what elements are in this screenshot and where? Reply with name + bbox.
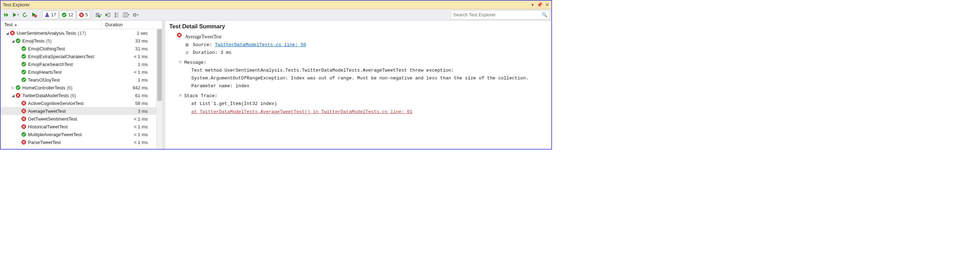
expand-icon[interactable] bbox=[17, 101, 21, 105]
tree-item-label: TwitterDataModelTests bbox=[22, 93, 69, 98]
col-test[interactable]: Test ▲ bbox=[1, 21, 102, 29]
search-input[interactable] bbox=[453, 12, 542, 18]
tree-item-duration: < 1 ms bbox=[102, 132, 156, 137]
tree-item-count: (6) bbox=[67, 85, 72, 90]
message-line: Parameter name: index bbox=[191, 82, 547, 90]
cancel-run-button[interactable] bbox=[30, 11, 38, 19]
settings-button[interactable]: ⚙▾ bbox=[131, 11, 140, 19]
fail-icon bbox=[21, 101, 27, 106]
repeat-button[interactable] bbox=[21, 11, 29, 19]
pass-icon bbox=[21, 46, 27, 51]
message-line: System.ArgumentOutOfRangeException: Inde… bbox=[191, 74, 547, 82]
tree-row[interactable]: ◢ UserSentimentAnalysis.Tests (17) 1 sec bbox=[1, 29, 156, 37]
stack-label: Stack Trace: bbox=[184, 93, 218, 99]
expand-icon[interactable] bbox=[17, 62, 21, 66]
expand-icon[interactable] bbox=[17, 109, 21, 113]
expand-icon[interactable] bbox=[17, 54, 21, 59]
svg-rect-4 bbox=[95, 14, 99, 15]
search-icon[interactable]: 🔍 bbox=[542, 12, 547, 18]
close-icon[interactable]: ✕ bbox=[545, 3, 549, 7]
run-after-build-button[interactable] bbox=[103, 11, 112, 19]
svg-rect-5 bbox=[95, 16, 98, 17]
hierarchy-button[interactable] bbox=[113, 11, 121, 19]
flask-badge[interactable]: 17 bbox=[42, 11, 59, 19]
scrollbar[interactable] bbox=[156, 29, 162, 149]
run-button[interactable]: ▾ bbox=[11, 11, 20, 19]
tree-row[interactable]: EmojiExtraSpecialCharatersTest < 1 ms bbox=[1, 53, 156, 60]
expand-icon[interactable]: ◢ bbox=[6, 31, 9, 35]
test-tree-panel: Test ▲ Duration ◢ UserSentimentAnalysis.… bbox=[1, 21, 163, 149]
tree-item-label: MultipleAverageTweetTest bbox=[28, 132, 82, 137]
fail-badge[interactable]: 5 bbox=[76, 11, 90, 19]
tree-item-duration: 61 ms bbox=[102, 93, 156, 98]
detail-test-name: AverageTweetTest bbox=[185, 33, 222, 41]
body: Test ▲ Duration ◢ UserSentimentAnalysis.… bbox=[1, 21, 551, 149]
duration-value: 3 ms bbox=[220, 49, 231, 57]
pin-icon[interactable]: 📌 bbox=[537, 3, 542, 7]
expand-icon[interactable] bbox=[17, 141, 21, 144]
tree-row[interactable]: EmojiFaceSearchTest 1 ms bbox=[1, 60, 156, 68]
tree-row[interactable]: ParseTweetTest < 1 ms bbox=[1, 138, 156, 146]
detail-panel: Test Detail Summary AverageTweetTest ▤ S… bbox=[165, 21, 551, 149]
collapse-message[interactable]: ⊟ bbox=[179, 59, 182, 66]
tree-item-duration: 58 ms bbox=[102, 101, 156, 106]
message-label: Message: bbox=[184, 60, 206, 65]
toolbar: ▾ 17 12 5 ▾ ▾ ⚙▾ 🔍 bbox=[1, 9, 551, 21]
tree-row[interactable]: HistoricalTweetTest < 1 ms bbox=[1, 123, 156, 131]
svg-rect-10 bbox=[115, 16, 116, 18]
tree-item-label: EmojiClothingTest bbox=[28, 46, 65, 51]
scroll-thumb[interactable] bbox=[158, 29, 162, 101]
columns-button[interactable]: ▾ bbox=[122, 11, 130, 19]
fail-icon bbox=[21, 109, 27, 114]
pass-badge[interactable]: 12 bbox=[59, 11, 75, 19]
tree-row[interactable]: MultipleAverageTweetTest < 1 ms bbox=[1, 131, 156, 138]
expand-icon[interactable] bbox=[17, 78, 21, 82]
expand-icon[interactable] bbox=[17, 47, 21, 51]
pass-icon bbox=[21, 132, 27, 137]
tree-row[interactable]: EmojiClothingTest 31 ms bbox=[1, 45, 156, 53]
duration-label: Duration: bbox=[193, 49, 218, 57]
playlist-button[interactable]: ▾ bbox=[94, 11, 103, 19]
expand-icon[interactable]: ▷ bbox=[11, 86, 15, 90]
col-duration[interactable]: Duration bbox=[102, 21, 162, 29]
expand-icon[interactable]: ◢ bbox=[11, 94, 15, 98]
stack-link[interactable]: at TwitterDataModelTests.AverageTweetTes… bbox=[191, 109, 412, 115]
flask-icon bbox=[45, 13, 49, 18]
fail-icon bbox=[177, 33, 182, 41]
run-all-button[interactable] bbox=[2, 11, 11, 19]
expand-icon[interactable] bbox=[17, 117, 21, 121]
tree-item-duration: < 1 ms bbox=[102, 69, 156, 75]
tree-row[interactable]: ◢ EmojiTests (5) 33 ms bbox=[1, 37, 156, 45]
tree-item-label: EmojiTests bbox=[22, 38, 45, 44]
gear-icon: ⚙ bbox=[132, 12, 137, 18]
expand-icon[interactable] bbox=[17, 70, 21, 74]
collapse-stack[interactable]: ⊟ bbox=[179, 92, 182, 99]
window-menu-icon[interactable]: ▾ bbox=[531, 3, 534, 7]
source-icon: ▤ bbox=[184, 41, 190, 49]
tree-row[interactable]: TearsOfJoyTest 1 ms bbox=[1, 76, 156, 84]
expand-icon[interactable]: ◢ bbox=[11, 39, 15, 43]
tree: ◢ UserSentimentAnalysis.Tests (17) 1 sec… bbox=[1, 29, 156, 149]
tree-row[interactable]: EmojiHeartsTest < 1 ms bbox=[1, 68, 156, 76]
separator bbox=[92, 11, 92, 18]
fail-icon bbox=[10, 30, 15, 36]
flask-count: 17 bbox=[51, 12, 56, 18]
tree-item-label: ParseTweetTest bbox=[28, 140, 61, 145]
fail-icon bbox=[21, 140, 27, 145]
test-explorer-window: Test Explorer ▾ 📌 ✕ ▾ 17 12 5 ▾ ▾ ⚙▾ bbox=[0, 0, 552, 150]
tree-item-label: EmojiExtraSpecialCharatersTest bbox=[28, 54, 94, 59]
tree-item-duration: 1 ms bbox=[102, 77, 156, 83]
search-box[interactable]: 🔍 bbox=[451, 10, 550, 19]
source-link[interactable]: TwitterDataModelTests.cs line: 56 bbox=[215, 41, 306, 49]
expand-icon[interactable] bbox=[17, 133, 21, 136]
tree-row[interactable]: ◢ TwitterDataModelTests (6) 61 ms bbox=[1, 91, 156, 99]
tree-row[interactable]: ▷ HomeControllerTests (6) 942 ms bbox=[1, 84, 156, 91]
tree-row[interactable]: AverageTweetTest 3 ms bbox=[1, 107, 156, 115]
tree-row[interactable]: ActiveCognitiveServiceTest 58 ms bbox=[1, 99, 156, 107]
tree-item-duration: 3 ms bbox=[102, 109, 156, 114]
tree-item-duration: 1 ms bbox=[102, 62, 156, 67]
tree-row[interactable]: GetTweetSentimentTest < 1 ms bbox=[1, 115, 156, 123]
expand-icon[interactable] bbox=[17, 125, 21, 129]
fail-icon bbox=[79, 13, 84, 18]
tree-item-label: HomeControllerTests bbox=[22, 85, 65, 90]
